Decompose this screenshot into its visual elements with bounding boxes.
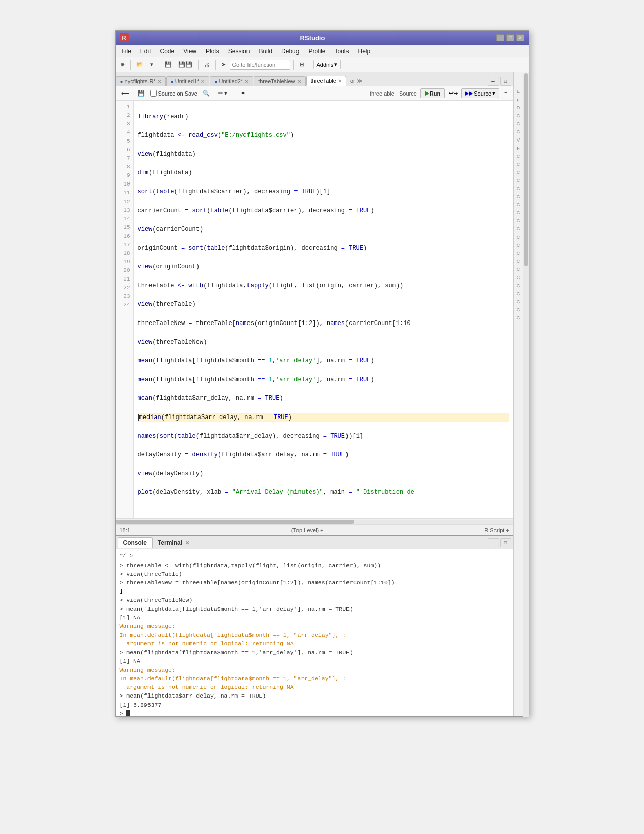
menu-build[interactable]: Build [255, 47, 276, 56]
editor-minimize[interactable]: ─ [488, 77, 499, 86]
separator-editor [234, 88, 234, 99]
gutter-c18: C [514, 265, 523, 273]
menu-plots[interactable]: Plots [202, 47, 223, 56]
console-line-9: In mean.default(flightdata[flightdata$mo… [120, 631, 509, 639]
tab-terminal[interactable]: Terminal ✕ [153, 538, 194, 548]
console-cursor-line[interactable]: > [120, 709, 509, 716]
console-line-8: Warning message: [120, 622, 509, 630]
horizontal-scrollbar[interactable] [116, 518, 513, 524]
console-line-16: > mean(flightdata$arr_delay, na.rm = TRU… [120, 691, 509, 700]
editor-main: ● nycflights.R* ✕ ● Untitled1* ✕ ● Untit… [116, 72, 514, 716]
menu-edit[interactable]: Edit [136, 47, 155, 56]
gutter-d: D [514, 104, 523, 112]
maximize-button[interactable]: □ [506, 34, 514, 41]
tab-close-threetable[interactable]: ✕ [338, 78, 342, 84]
code-level[interactable]: (Top Level) ÷ [291, 527, 324, 533]
console-line-15: argument is not numeric or logical: retu… [120, 683, 509, 691]
save-button[interactable]: 💾 [162, 60, 174, 69]
source-button[interactable]: ▶▶ Source ▾ [461, 88, 499, 98]
source-on-save-checkbox[interactable] [150, 90, 157, 97]
console-line-7: [1] NA [120, 613, 509, 622]
content-area: ● nycflights.R* ✕ ● Untitled1* ✕ ● Untit… [116, 72, 529, 716]
gutter-c12: C [514, 217, 523, 225]
file-type[interactable]: R Script ÷ [484, 527, 509, 533]
console-line-4: ] [120, 587, 509, 595]
minimize-button[interactable]: ─ [496, 34, 504, 41]
search-button[interactable]: 🔍 [199, 88, 213, 98]
console-workdir: ~/ ↻ [120, 551, 509, 560]
gutter-c24: C [514, 314, 523, 322]
grid-button[interactable]: ⊞ [297, 60, 307, 69]
open-file-button[interactable]: 📂 [134, 60, 146, 69]
tab-close-threetablenew[interactable]: ✕ [297, 79, 301, 84]
menu-file[interactable]: File [118, 47, 135, 56]
gutter-v: V [514, 136, 523, 144]
gutter-c15: C [514, 241, 523, 249]
gutter-c2: C [514, 120, 523, 128]
close-button[interactable]: ✕ [516, 34, 524, 41]
console-area[interactable]: ~/ ↻ > threeTable <- with(flightdata,tap… [116, 549, 513, 716]
tab-untitled1[interactable]: ● Untitled1* ✕ [166, 76, 210, 86]
run-button[interactable]: ▶ Run [420, 88, 445, 98]
console-line-12: [1] NA [120, 657, 509, 665]
gutter-c17: C [514, 257, 523, 265]
gutter-c7: C [514, 176, 523, 184]
addins-button[interactable]: Addins ▾ [313, 60, 341, 69]
save-file-button[interactable]: 💾 [134, 88, 148, 98]
menu-code[interactable]: Code [156, 47, 179, 56]
format-button[interactable]: ≡ [501, 89, 511, 98]
new-file-button[interactable]: ⊕ [118, 60, 127, 69]
code-editor[interactable]: 12345 678910 1112131415 1617181920 21222… [116, 101, 513, 518]
magic-wand-button[interactable]: ✦ [237, 88, 249, 98]
back-button[interactable]: ⟵ [118, 88, 133, 98]
console-line-13: Warning message: [120, 666, 509, 674]
rerun-icon[interactable]: ↩↪ [447, 89, 460, 98]
gutter-c4: C [514, 152, 523, 160]
code-text[interactable]: library(readr) flightdata <- read_csv("E… [134, 101, 513, 518]
console-maximize[interactable]: □ [500, 538, 511, 547]
tab-close-nycflights[interactable]: ✕ [157, 79, 161, 84]
open-recent-button[interactable]: ▾ [147, 60, 156, 69]
menu-tools[interactable]: Tools [330, 47, 353, 56]
menu-session[interactable]: Session [224, 47, 254, 56]
goto-arrow[interactable]: ➤ [219, 60, 228, 69]
source-on-save-group: Source on Save [150, 90, 197, 97]
console-controls: ─ □ [488, 538, 511, 547]
tab-nycflights[interactable]: ● nycflights.R* ✕ [116, 76, 166, 86]
save-all-button[interactable]: 💾💾 [176, 60, 195, 69]
line-numbers: 12345 678910 1112131415 1617181920 21222… [116, 101, 134, 518]
console-line-1: > threeTable <- with(flightdata,tapply(f… [120, 561, 509, 570]
menu-view[interactable]: View [179, 47, 201, 56]
gutter-c20: C [514, 282, 523, 290]
gutter-g: g [514, 96, 523, 104]
editor-maximize[interactable]: □ [500, 77, 511, 86]
right-gutter: E g D C C C V F C C C C C C C C C C C C … [514, 72, 523, 716]
tab-close-untitled2[interactable]: ✕ [244, 79, 249, 84]
tab-threetablenew[interactable]: threeTableNew ✕ [254, 76, 305, 86]
window-title: RStudio [300, 34, 325, 42]
separator-2 [159, 60, 159, 70]
gutter-c21: C [514, 290, 523, 298]
gutter-c6: C [514, 168, 523, 176]
vertical-scrollbar[interactable] [523, 72, 529, 716]
gutter-c22: C [514, 298, 523, 306]
gutter-c5: C [514, 160, 523, 168]
menu-debug[interactable]: Debug [277, 47, 303, 56]
tab-console[interactable]: Console [118, 537, 153, 548]
print-button[interactable]: 🖨 [202, 60, 212, 69]
menu-bar: File Edit Code View Plots Session Build … [116, 45, 529, 57]
tab-close-untitled1[interactable]: ✕ [201, 79, 205, 84]
goto-input[interactable] [230, 60, 290, 70]
menu-help[interactable]: Help [354, 47, 375, 56]
terminal-close[interactable]: ✕ [185, 540, 189, 546]
console-minimize[interactable]: ─ [488, 538, 499, 547]
menu-profile[interactable]: Profile [304, 47, 329, 56]
tab-untitled2[interactable]: ● Untitled2* ✕ [210, 76, 253, 86]
tab-threetable[interactable]: threeTable ✕ [306, 76, 346, 86]
code-tools-button[interactable]: ✏ ▾ [215, 88, 231, 98]
tab-overflow[interactable]: or ≫ [347, 76, 366, 86]
gutter-c13: C [514, 225, 523, 233]
gutter-c1: C [514, 112, 523, 120]
gutter-c11: C [514, 209, 523, 217]
source-dropdown[interactable]: ▾ [492, 90, 496, 97]
